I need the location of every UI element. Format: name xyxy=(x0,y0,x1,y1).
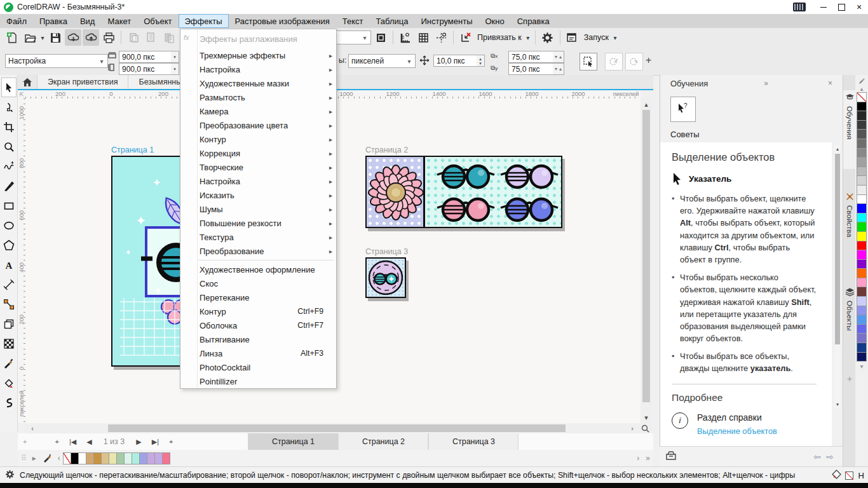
save-icon[interactable] xyxy=(47,29,64,46)
effects-menu-item-texture[interactable]: Текстура▸ xyxy=(180,230,336,244)
outline-indicator-icon[interactable] xyxy=(845,471,853,480)
show-guidelines-icon[interactable] xyxy=(433,29,449,46)
launch-label[interactable]: Запуск xyxy=(582,33,611,42)
right-swatch-1[interactable] xyxy=(857,102,867,112)
right-swatch-20[interactable] xyxy=(857,278,867,288)
launch-icon[interactable] xyxy=(564,29,581,46)
snap-off-icon[interactable] xyxy=(458,29,474,46)
ruler-origin-icon[interactable]: ⇱ xyxy=(18,90,25,98)
maximize-button[interactable] xyxy=(832,0,850,14)
snap-to-caret[interactable]: ▾ xyxy=(525,34,531,41)
tool-transparency[interactable] xyxy=(1,334,17,353)
right-swatch-0[interactable] xyxy=(857,92,867,102)
right-swatch-12[interactable] xyxy=(857,203,867,214)
page-tab-page-1[interactable]: Страница 1 xyxy=(248,433,338,450)
menubar-item-window[interactable]: Окно xyxy=(478,14,510,28)
effects-menu-item-camera[interactable]: Камера▸ xyxy=(180,104,336,118)
welcome-home-icon[interactable] xyxy=(18,75,37,89)
right-swatch-16[interactable] xyxy=(857,241,867,251)
bottom-swatch-13[interactable] xyxy=(162,452,170,464)
right-swatch-5[interactable] xyxy=(857,139,867,149)
add-page-button[interactable]: + xyxy=(50,433,64,450)
fill-indicator-icon[interactable] xyxy=(832,470,841,481)
page-3-artwork[interactable] xyxy=(365,257,406,298)
show-grid-icon[interactable] xyxy=(415,29,431,46)
right-swatch-17[interactable] xyxy=(857,250,867,260)
right-swatch-2[interactable] xyxy=(857,111,867,121)
page-width-field[interactable]: 900,0 пкс xyxy=(119,51,173,63)
right-swatch-9[interactable] xyxy=(857,175,867,186)
effects-menu-item-blend[interactable]: Перетекание xyxy=(180,290,336,304)
zoom-level-combo[interactable]: ▾ xyxy=(336,30,371,44)
rpal-eyedropper-icon[interactable] xyxy=(858,75,865,84)
right-swatch-25[interactable] xyxy=(857,324,867,334)
cloud-save-icon[interactable] xyxy=(83,29,99,46)
duplicate-x-field[interactable]: 75,0 пкс xyxy=(508,51,555,63)
fullscreen-preview-icon[interactable] xyxy=(372,29,389,46)
palette-scroll-right[interactable]: › xyxy=(634,454,642,463)
tool-connector[interactable] xyxy=(1,294,17,314)
effects-menu-item-bevel[interactable]: Скос xyxy=(180,276,336,290)
tool-polygon[interactable] xyxy=(1,235,17,255)
preset-combo[interactable]: Настройка▾ xyxy=(5,54,108,68)
open-dropdown-caret[interactable]: ▾ xyxy=(39,34,46,41)
effects-menu-item-custom[interactable]: Настройка▸ xyxy=(180,174,336,188)
right-swatch-26[interactable] xyxy=(857,333,867,343)
tool-rectangle[interactable] xyxy=(1,196,17,215)
page-height-spinner[interactable]: ▾ xyxy=(171,63,179,75)
add-page-button-2[interactable]: + xyxy=(164,433,178,450)
add-page-start-button[interactable]: + xyxy=(18,433,32,450)
right-swatch-10[interactable] xyxy=(857,185,867,195)
page-2-artwork[interactable] xyxy=(365,156,562,228)
effects-menu-item-sharpen[interactable]: Повышение резкости▸ xyxy=(180,216,336,230)
menubar-item-text[interactable]: Текст xyxy=(336,14,370,28)
effects-menu-item-color-transform[interactable]: Преобразование цвета▸ xyxy=(180,118,336,132)
page-width-spinner[interactable]: ▾ xyxy=(171,51,179,63)
status-gear-icon[interactable] xyxy=(5,470,15,481)
effects-menu-item-art-strokes[interactable]: Художественные мазки▸ xyxy=(180,76,336,90)
effects-menu-item-art-media[interactable]: Художественное оформление xyxy=(180,262,336,276)
effects-menu-item-lens[interactable]: ЛинзаAlt+F3 xyxy=(180,346,336,360)
effects-menu-item-contour[interactable]: КонтурCtrl+F9 xyxy=(180,304,336,318)
effects-menu-item-distort[interactable]: Исказить▸ xyxy=(180,188,336,202)
docker-tab-objects[interactable]: Объекты xyxy=(843,285,856,363)
tips-cursor-icon[interactable]: ? xyxy=(670,97,696,122)
menubar-item-table[interactable]: Таблица xyxy=(369,14,414,28)
palette-scroll-left[interactable]: ‹ xyxy=(55,454,64,463)
tool-text[interactable]: A xyxy=(1,255,17,274)
effects-menu-item-photococktail[interactable]: PhotoCocktail xyxy=(180,360,336,374)
launch-caret[interactable]: ▾ xyxy=(612,34,618,41)
effects-menu-item-creative[interactable]: Творческие▸ xyxy=(180,160,336,174)
horizontal-scrollbar[interactable]: ‹ › xyxy=(25,423,652,433)
next-page-button[interactable]: ▶ xyxy=(131,433,146,450)
effects-menu-item-correction[interactable]: Коррекция▸ xyxy=(180,146,336,160)
previous-page-button[interactable]: ◀ xyxy=(81,433,97,450)
panel-collapse-icon[interactable]: » xyxy=(760,79,772,88)
palette-eyedropper-icon[interactable] xyxy=(39,452,55,464)
docker-tab-learning[interactable]: Обучения xyxy=(843,90,856,169)
menubar-item-bitmaps[interactable]: Растровые изображения xyxy=(229,14,336,28)
right-swatch-4[interactable] xyxy=(857,129,867,139)
duplicate-y-spinner[interactable]: ▾▴ xyxy=(553,63,564,75)
menubar-item-help[interactable]: Справка xyxy=(511,14,556,28)
tool-curve[interactable] xyxy=(1,156,17,176)
page-tab-page-2[interactable]: Страница 2 xyxy=(338,433,428,450)
page-tab-page-3[interactable]: Страница 3 xyxy=(428,433,519,450)
close-button[interactable]: × xyxy=(850,0,868,14)
propbar-add-button[interactable]: + xyxy=(646,55,651,66)
palette-flyout-arrow[interactable]: ▸ xyxy=(29,454,39,463)
effects-menu-item-three-d-effects[interactable]: Трехмерные эффекты▸ xyxy=(180,48,336,62)
tool-drop-shadow[interactable] xyxy=(1,314,17,334)
right-swatch-14[interactable] xyxy=(857,222,867,232)
minimize-button[interactable] xyxy=(815,0,832,14)
options-gear-icon[interactable] xyxy=(539,29,556,46)
tool-pick[interactable] xyxy=(1,78,17,97)
right-swatch-3[interactable] xyxy=(857,120,867,130)
print-icon[interactable] xyxy=(100,29,117,46)
right-swatch-22[interactable] xyxy=(857,296,867,306)
docker-tab-properties[interactable]: Свойства xyxy=(843,189,856,268)
right-swatch-21[interactable] xyxy=(857,287,867,297)
last-page-button[interactable]: ▶| xyxy=(147,433,164,450)
right-swatch-8[interactable] xyxy=(857,166,867,177)
show-rulers-icon[interactable] xyxy=(397,29,414,46)
